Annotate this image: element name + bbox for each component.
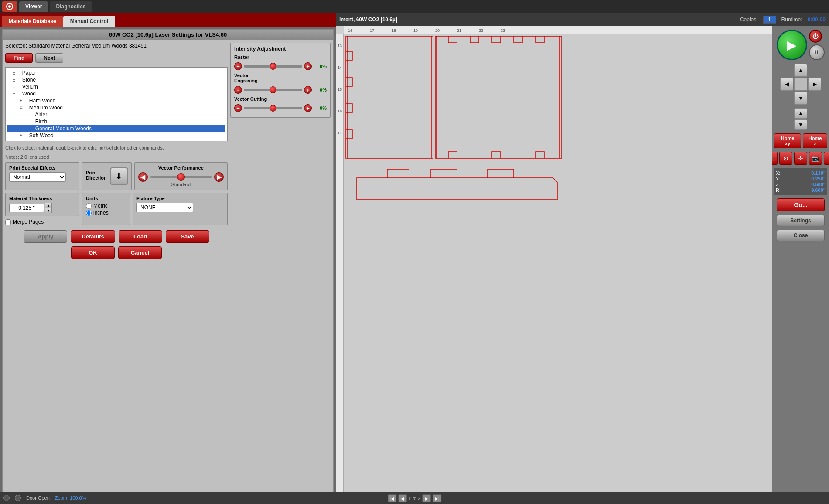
- defaults-button[interactable]: Defaults: [71, 230, 115, 243]
- nav-right-btn[interactable]: ▶: [808, 78, 821, 91]
- z-down-btn[interactable]: ▼: [794, 119, 807, 130]
- tree-item-general-medium-woods[interactable]: ─ General Medium Woods: [7, 125, 225, 132]
- tree-label-stone: ─: [17, 77, 21, 83]
- vector-perf-track[interactable]: [150, 176, 212, 178]
- tree-toggle-softwood[interactable]: ±: [18, 133, 24, 138]
- apply-button[interactable]: Apply: [24, 230, 67, 243]
- tree-item-birch[interactable]: ─ Birch: [7, 118, 225, 125]
- tree-toggle-paper[interactable]: ±: [11, 71, 17, 75]
- print-direction-button[interactable]: ⬇: [110, 167, 128, 185]
- page-first-btn[interactable]: |◀: [388, 494, 396, 502]
- svg-text:18: 18: [392, 28, 396, 33]
- raster-minus-btn[interactable]: −: [234, 62, 242, 70]
- bar-icon-btn[interactable]: ▐: [824, 152, 829, 165]
- thickness-up-btn[interactable]: ▲: [45, 203, 52, 208]
- svg-text:14: 14: [338, 65, 342, 70]
- load-button[interactable]: Load: [119, 230, 162, 243]
- tree-text-vellum: Vellum: [21, 84, 38, 90]
- page-last-btn[interactable]: ▶|: [433, 494, 441, 502]
- thickness-group: Material Thickness ▲ ▼: [5, 193, 79, 225]
- runtime-label: Runtime:: [781, 17, 802, 23]
- tab-manual-control[interactable]: Manual Control: [63, 16, 115, 27]
- vector-engraving-label: Vector Engraving: [234, 73, 273, 83]
- tree-item-wood[interactable]: ± ─ Wood: [7, 90, 225, 97]
- tree-text-hardwood: Hard Wood: [28, 98, 56, 104]
- vector-engraving-thumb[interactable]: [270, 86, 276, 93]
- units-inches-radio[interactable]: [86, 210, 92, 216]
- vector-perf-minus-btn[interactable]: ◀: [138, 172, 148, 182]
- svg-text:17: 17: [370, 28, 374, 33]
- camera-icon-btn[interactable]: 📷: [809, 152, 822, 165]
- vector-perf-thumb[interactable]: [177, 173, 185, 181]
- z-up-btn[interactable]: ▲: [794, 108, 807, 119]
- raster-track[interactable]: [244, 65, 302, 68]
- canvas-container: 16 17 18 19 20 21 22 23 13 14 1: [336, 26, 772, 504]
- nav-empty-tl: [780, 64, 793, 77]
- copies-input[interactable]: [763, 16, 776, 24]
- notes-label: Notes: 2.0 lens used: [5, 154, 228, 160]
- raster-plus-btn[interactable]: +: [304, 62, 312, 70]
- nav-down-btn[interactable]: ▼: [794, 92, 807, 105]
- top-bar: Viewer Diagnostics: [0, 0, 829, 13]
- vector-cutting-minus-btn[interactable]: −: [234, 104, 242, 112]
- save-button[interactable]: Save: [166, 230, 209, 243]
- vector-perf-plus-btn[interactable]: ▶: [214, 172, 224, 182]
- home-xy-button[interactable]: Home xy: [774, 133, 801, 148]
- tree-toggle-mediumwood[interactable]: ∓: [18, 106, 24, 110]
- vector-cutting-track[interactable]: [244, 107, 302, 109]
- home-z-button[interactable]: Home z: [803, 133, 827, 148]
- tree-item-stone[interactable]: ± ─ Stone: [7, 76, 225, 83]
- svg-rect-18: [346, 36, 433, 158]
- tab-diagnostics[interactable]: Diagnostics: [50, 1, 92, 12]
- nav-left-btn[interactable]: ◀: [780, 78, 793, 91]
- tree-item-vellum[interactable]: ─ ─ Vellum: [7, 83, 225, 90]
- tab-viewer[interactable]: Viewer: [19, 1, 48, 12]
- nav-up-btn[interactable]: ▲: [794, 64, 807, 77]
- settings-button[interactable]: Settings: [777, 215, 825, 226]
- vector-cutting-plus-btn[interactable]: +: [304, 104, 312, 112]
- vector-engraving-track[interactable]: [244, 89, 302, 91]
- go-button[interactable]: Go...: [777, 198, 825, 211]
- tree-item-alder[interactable]: ─ Alder: [7, 111, 225, 118]
- material-tree[interactable]: ± ─ Paper ± ─ Stone ─: [5, 67, 228, 141]
- units-box: Units Metric inches: [82, 193, 130, 225]
- vector-engraving-minus-btn[interactable]: −: [234, 86, 242, 94]
- power-button[interactable]: ⏻: [809, 30, 822, 43]
- tree-toggle-hardwood[interactable]: ±: [18, 99, 24, 103]
- svg-point-1: [8, 5, 11, 8]
- page-next-btn[interactable]: ▶: [422, 494, 431, 502]
- thickness-down-btn[interactable]: ▼: [45, 208, 52, 213]
- find-button[interactable]: Find: [5, 53, 33, 63]
- tree-item-mediumwood[interactable]: ∓ ─ Medium Wood: [7, 104, 225, 111]
- tree-label-alder: ─: [30, 112, 34, 118]
- focus-icon-btn[interactable]: ⊙: [779, 152, 792, 165]
- vector-cutting-thumb[interactable]: [270, 105, 276, 112]
- page-prev-btn[interactable]: ◀: [398, 494, 407, 502]
- tree-item-hardwood[interactable]: ± ─ Hard Wood: [7, 97, 225, 104]
- merge-pages-checkbox[interactable]: [5, 219, 11, 225]
- material-thickness-box: Material Thickness ▲ ▼: [5, 193, 79, 216]
- play-button[interactable]: ▶: [777, 30, 807, 60]
- raster-thumb[interactable]: [270, 63, 276, 70]
- units-metric-radio[interactable]: [86, 203, 92, 209]
- tree-toggle-stone[interactable]: ±: [11, 78, 17, 82]
- print-special-effects-select[interactable]: Normal: [9, 172, 66, 182]
- cancel-button[interactable]: Cancel: [118, 246, 162, 259]
- next-button[interactable]: Next: [35, 53, 63, 63]
- tab-materials-database[interactable]: Materials Database: [2, 16, 63, 27]
- pause-button[interactable]: ⏸: [809, 44, 825, 60]
- vector-engraving-plus-btn[interactable]: +: [304, 86, 312, 94]
- nav-center-btn[interactable]: [794, 78, 807, 91]
- canvas-area[interactable]: [344, 34, 772, 504]
- tree-label-softwood: ─: [24, 133, 28, 139]
- tree-item-softwood[interactable]: ± ─ Soft Wood: [7, 132, 225, 139]
- ok-button[interactable]: OK: [71, 246, 115, 259]
- viewport-body: 16 17 18 19 20 21 22 23 13 14 1: [336, 26, 829, 504]
- pointer-icon-btn[interactable]: ✛: [794, 152, 807, 165]
- material-thickness-input[interactable]: [9, 204, 44, 212]
- tree-toggle-wood[interactable]: ±: [11, 92, 17, 96]
- right-panel: iment, 60W CO2 [10.6µ] Copies: Runtime: …: [336, 13, 829, 504]
- close-button[interactable]: Close: [777, 230, 825, 241]
- tree-item-paper[interactable]: ± ─ Paper: [7, 69, 225, 76]
- fixture-type-select[interactable]: NONE: [136, 203, 193, 212]
